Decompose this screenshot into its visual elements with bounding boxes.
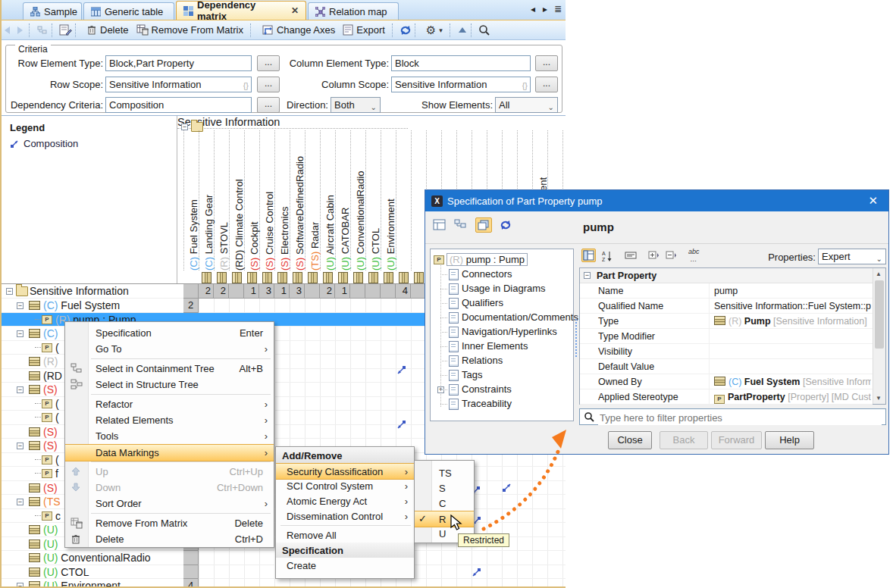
composition-arrow-icon[interactable]	[396, 420, 406, 430]
spec-tree-item-usage-in-diagrams[interactable]: Usage in Diagrams	[431, 282, 573, 296]
property-row-qualified-name[interactable]: Qualified NameSensitive Information::Fue…	[580, 299, 873, 314]
expander-icon[interactable]: −	[17, 499, 24, 505]
search-icon[interactable]	[478, 24, 490, 36]
row-label[interactable]: f	[55, 468, 58, 480]
scroll-thumb[interactable]	[875, 280, 884, 349]
delete-button[interactable]: Delete	[83, 23, 133, 37]
collapse-nodes-icon[interactable]	[665, 250, 676, 261]
composition-arrow-icon[interactable]	[396, 365, 406, 375]
row-scope-input[interactable]: Sensitive Information{}	[105, 77, 252, 92]
menu-item-select-in-structure-tree[interactable]: Select in Structure Tree	[65, 377, 274, 393]
help-button[interactable]: Help	[765, 431, 814, 449]
column-total-cell[interactable]: 2	[214, 284, 229, 299]
row-label[interactable]: (C)	[43, 327, 58, 339]
property-value[interactable]: (R) Pump [Sensitive Information]	[709, 314, 871, 329]
row-element-type-input[interactable]: Block,Part Property	[105, 55, 252, 71]
column-total-cell[interactable]	[381, 284, 396, 299]
tab-relation-map[interactable]: Relation map	[308, 2, 399, 20]
column-element-type-browse-button[interactable]: ...	[535, 55, 558, 71]
column-header-Cockpit[interactable]: (S) Cockpit	[249, 222, 261, 271]
row-label[interactable]: (RD	[43, 370, 62, 382]
column-header-CATOBAR[interactable]: (U) CATOBAR	[340, 208, 352, 271]
column-header-CTOL[interactable]: (U) CTOL	[370, 228, 382, 271]
menu-item-classification-c[interactable]: C	[415, 496, 474, 511]
spec-tree-item-qualifiers[interactable]: Qualifiers	[431, 296, 573, 311]
column-header-Environment[interactable]: (U) Environment	[385, 199, 397, 271]
splitter-handle[interactable]	[575, 319, 577, 357]
tab-close-icon[interactable]: ✕	[291, 5, 299, 16]
menu-item-classification-s[interactable]: S	[415, 480, 474, 496]
menu-item-remove-all[interactable]: Remove All	[276, 527, 414, 543]
menu-item-classification-ts[interactable]: TS	[415, 465, 474, 480]
options-button[interactable]: ⚙▾	[422, 22, 446, 39]
expander-icon[interactable]: −	[17, 330, 24, 337]
column-header-Cruise Control[interactable]: (S) Cruise Control	[264, 192, 276, 271]
property-row-default-value[interactable]: Default Value	[580, 359, 873, 374]
menu-item-tools[interactable]: Tools›	[65, 428, 274, 444]
row-label[interactable]: (S)	[43, 426, 58, 438]
column-total-cell[interactable]	[183, 284, 199, 299]
column-total-cell[interactable]	[305, 284, 320, 299]
remove-from-matrix-button[interactable]: Remove From Matrix	[133, 23, 247, 37]
row-element-type-browse-button[interactable]: ...	[257, 55, 280, 71]
column-scope-browse-button[interactable]: ...	[535, 77, 558, 92]
refresh-icon[interactable]	[400, 24, 412, 36]
menu-item-remove-from-matrix[interactable]: Remove From MatrixDelete	[65, 515, 274, 531]
property-row-type-modifier[interactable]: Type Modifier	[580, 329, 873, 344]
tab-dependency-matrix[interactable]: Dependency matrix✕	[176, 1, 306, 20]
expander-icon[interactable]: −	[17, 443, 24, 449]
column-header-SoftwareDefinedRadio[interactable]: (S) SoftwareDefinedRadio	[294, 156, 306, 271]
spec-tree-item-constraints[interactable]: +Constraints	[431, 383, 573, 397]
column-scope-input[interactable]: Sensitive Information{}	[391, 77, 531, 92]
row-total-cell[interactable]: 2	[183, 299, 199, 313]
row-label[interactable]: (	[55, 411, 59, 424]
dialog-title-bar[interactable]: X Specification of Part Property pump ✕	[425, 190, 888, 211]
row-label[interactable]: (C) Fuel System	[43, 299, 120, 311]
spec-tree-item-connectors[interactable]: Connectors	[431, 267, 573, 282]
select-in-tree-icon[interactable]	[36, 25, 49, 36]
property-value[interactable]	[709, 344, 871, 359]
row-label[interactable]: (R)	[43, 355, 58, 368]
composition-arrow-icon[interactable]	[472, 568, 481, 577]
row-label[interactable]: (TS	[43, 496, 61, 508]
expander-icon[interactable]: −	[181, 124, 188, 130]
row-scope-browse-button[interactable]: ...	[257, 77, 280, 92]
column-total-cell[interactable]: 2	[199, 284, 214, 299]
property-value[interactable]: PPartProperty [Property] [MD Customiz	[709, 389, 871, 405]
abbreviations-icon[interactable]: abc …	[688, 248, 700, 263]
spec-tree-item-documentation-comments[interactable]: Documentation/Comments	[431, 311, 573, 325]
menu-item-dissemination-control[interactable]: Dissemination Control›	[276, 508, 414, 524]
expander-icon[interactable]: −	[6, 288, 13, 295]
menu-item-up[interactable]: UpCtrl+Up	[65, 464, 274, 480]
row-label[interactable]: (	[55, 454, 59, 466]
column-total-cell[interactable]	[350, 284, 365, 299]
row-label[interactable]: (	[55, 398, 59, 410]
row-total-cell[interactable]	[183, 551, 199, 565]
menu-item-delete[interactable]: DeleteCtrl+D	[65, 531, 274, 547]
row-label[interactable]: (S)	[43, 439, 58, 452]
row-label[interactable]: (U)	[43, 538, 58, 550]
column-header-STOVL[interactable]: (R) STOVL	[218, 222, 230, 271]
menu-item-down[interactable]: DownCtrl+Down	[65, 480, 274, 496]
row-label[interactable]: (S)	[43, 482, 58, 494]
column-element-type-input[interactable]: Block	[391, 55, 531, 71]
filter-box[interactable]	[579, 408, 886, 425]
menu-item-sort-order[interactable]: Sort Order›	[65, 496, 274, 511]
menu-item-go-to[interactable]: Go To›	[65, 341, 274, 357]
menu-item-atomic-energy-act[interactable]: Atomic Energy Act›	[276, 493, 414, 508]
tab-scroll-left-icon[interactable]: ◂	[531, 4, 535, 14]
column-header-Electronics[interactable]: (S) Electronics	[279, 206, 291, 271]
spec-tree-item-traceability[interactable]: Traceability	[431, 397, 573, 411]
matrix-row[interactable]: 4−(U) Environment	[2, 579, 566, 586]
spec-tree-item-navigation-hyperlinks[interactable]: Navigation/Hyperlinks	[431, 325, 573, 339]
forward-icon[interactable]	[14, 25, 26, 36]
menu-item-data-markings[interactable]: Data Markings›	[65, 444, 274, 461]
show-elements-select[interactable]: All⌄	[495, 97, 558, 113]
column-total-cell[interactable]	[229, 284, 244, 299]
property-value[interactable]: pump	[709, 283, 871, 299]
row-label[interactable]: (	[55, 342, 59, 354]
row-label[interactable]: (U) ConventionalRadio	[43, 552, 151, 564]
row-label[interactable]: c	[55, 510, 61, 522]
property-row-name[interactable]: Namepump	[580, 283, 873, 299]
menu-item-select-in-containment-tree[interactable]: Select in Containment TreeAlt+B	[65, 361, 274, 377]
